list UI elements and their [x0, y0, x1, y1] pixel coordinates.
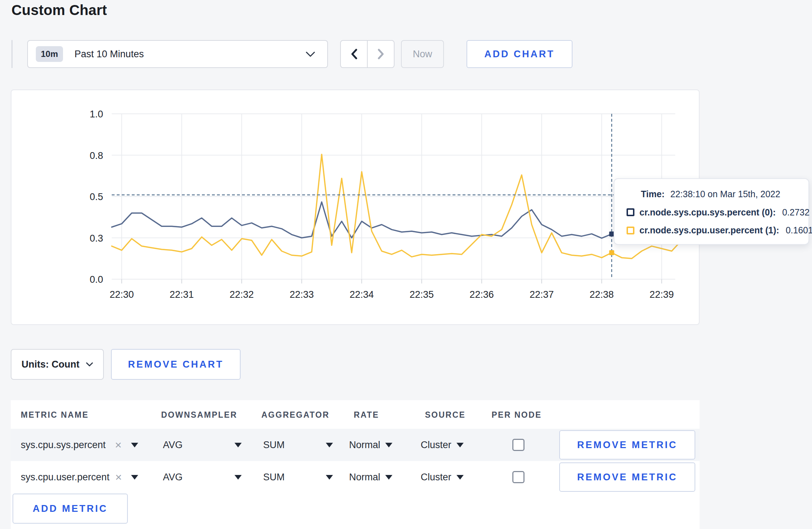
tooltip-series-value: 0.1601: [786, 225, 812, 236]
header-downsampler: DOWNSAMPLER: [161, 410, 237, 420]
units-dropdown[interactable]: Units: Count: [11, 349, 104, 380]
downsampler-value: AVG: [163, 472, 183, 483]
x-axis-label: 22:32: [229, 289, 254, 300]
rate-select[interactable]: Normal: [349, 429, 392, 461]
per-node-checkbox[interactable]: [512, 471, 525, 483]
caret-down-icon: [235, 475, 242, 480]
per-node-cell: [512, 461, 525, 493]
time-nav-group: [340, 40, 395, 68]
caret-down-icon[interactable]: [131, 443, 138, 447]
metric-row: sys.cpu.sys.percent × AVG SUM Normal Clu…: [11, 429, 700, 461]
aggregator-value: SUM: [263, 440, 285, 451]
chevron-down-icon: [86, 362, 93, 367]
aggregator-select[interactable]: SUM: [263, 429, 333, 461]
downsampler-select[interactable]: AVG: [163, 429, 242, 461]
x-axis-label: 22:38: [590, 289, 614, 300]
x-axis-label: 22:37: [530, 289, 554, 300]
tooltip-time-value: 22:38:10 on Mar 15th, 2022: [670, 189, 780, 199]
metrics-table-header: METRIC NAME DOWNSAMPLER AGGREGATOR RATE …: [11, 400, 700, 429]
metric-name-select[interactable]: sys.cpu.sys.percent ×: [21, 429, 138, 461]
aggregator-value: SUM: [263, 472, 285, 483]
source-value: Cluster: [421, 472, 451, 483]
caret-down-icon: [235, 443, 242, 447]
chevron-down-icon: [306, 52, 315, 57]
caret-down-icon[interactable]: [131, 475, 138, 480]
toolbar-divider: [11, 40, 13, 68]
caret-down-icon: [456, 475, 464, 480]
header-per-node: PER NODE: [492, 410, 542, 420]
y-axis-label: 1.0: [90, 109, 103, 120]
chart-tooltip: Time: 22:38:10 on Mar 15th, 2022 cr.node…: [614, 178, 809, 245]
units-label: Units: Count: [21, 359, 79, 370]
x-axis-label: 22:35: [410, 289, 434, 300]
series-line-0: [112, 202, 682, 238]
time-window-label: Past 10 Minutes: [74, 49, 144, 60]
series-line-1: [112, 154, 682, 258]
per-node-checkbox[interactable]: [512, 439, 525, 451]
caret-down-icon: [385, 443, 392, 447]
x-axis-label: 22:36: [470, 289, 494, 300]
y-axis-label: 0.8: [90, 150, 103, 161]
tooltip-series-value: 0.2732: [782, 207, 809, 218]
x-axis-label: 22:31: [170, 289, 194, 300]
chart-card: 0.00.30.50.81.022:3022:3122:3222:3322:34…: [11, 89, 700, 325]
tooltip-time-label: Time:: [641, 189, 664, 199]
clear-metric-icon[interactable]: ×: [115, 471, 122, 483]
per-node-cell: [512, 429, 525, 461]
caret-down-icon: [326, 443, 333, 447]
y-axis-label: 0.0: [90, 274, 103, 285]
add-metric-button[interactable]: ADD METRIC: [13, 494, 128, 524]
header-source: SOURCE: [425, 410, 465, 420]
time-prev-button[interactable]: [341, 41, 368, 67]
rate-select[interactable]: Normal: [349, 461, 392, 493]
rate-value: Normal: [349, 440, 380, 451]
tooltip-series-name: cr.node.sys.cpu.sys.percent (0):: [639, 207, 776, 218]
source-select[interactable]: Cluster: [421, 429, 464, 461]
metric-row: sys.cpu.user.percent × AVG SUM Normal Cl…: [11, 461, 700, 493]
x-axis-label: 22:39: [649, 289, 674, 300]
source-value: Cluster: [421, 440, 451, 451]
chart-canvas[interactable]: 0.00.30.50.81.022:3022:3122:3222:3322:34…: [11, 90, 699, 324]
series-sys-swatch-icon: [627, 208, 634, 216]
hover-point-1: [609, 250, 614, 255]
header-rate: RATE: [354, 410, 379, 420]
tooltip-series-name: cr.node.sys.cpu.user.percent (1):: [639, 225, 779, 236]
x-axis-label: 22:30: [110, 289, 134, 300]
metric-name-select[interactable]: sys.cpu.user.percent ×: [21, 461, 138, 493]
downsampler-select[interactable]: AVG: [163, 461, 242, 493]
y-axis-label: 0.3: [90, 233, 103, 244]
page-title: Custom Chart: [11, 2, 107, 18]
header-metric-name: METRIC NAME: [21, 410, 89, 420]
caret-down-icon: [385, 475, 392, 480]
downsampler-value: AVG: [163, 440, 183, 451]
metric-name-value: sys.cpu.sys.percent: [21, 440, 106, 451]
remove-metric-button[interactable]: REMOVE METRIC: [559, 430, 695, 460]
remove-chart-button[interactable]: REMOVE CHART: [111, 349, 241, 380]
time-window-dropdown[interactable]: 10m Past 10 Minutes: [27, 40, 328, 68]
y-axis-label: 0.5: [90, 191, 103, 202]
time-next-button[interactable]: [368, 41, 394, 67]
chevron-left-icon: [351, 49, 357, 59]
add-chart-button[interactable]: ADD CHART: [467, 40, 572, 68]
rate-value: Normal: [349, 472, 380, 483]
time-window-badge: 10m: [36, 46, 63, 62]
caret-down-icon: [456, 443, 464, 447]
metric-name-value: sys.cpu.user.percent: [21, 472, 110, 483]
x-axis-label: 22:33: [290, 289, 314, 300]
aggregator-select[interactable]: SUM: [263, 461, 333, 493]
header-aggregator: AGGREGATOR: [261, 410, 329, 420]
now-button[interactable]: Now: [401, 40, 444, 68]
clear-metric-icon[interactable]: ×: [115, 439, 122, 451]
chevron-right-icon: [378, 49, 384, 59]
remove-metric-button[interactable]: REMOVE METRIC: [559, 462, 695, 492]
caret-down-icon: [326, 475, 333, 480]
x-axis-label: 22:34: [349, 289, 374, 300]
source-select[interactable]: Cluster: [421, 461, 464, 493]
series-user-swatch-icon: [627, 227, 634, 234]
